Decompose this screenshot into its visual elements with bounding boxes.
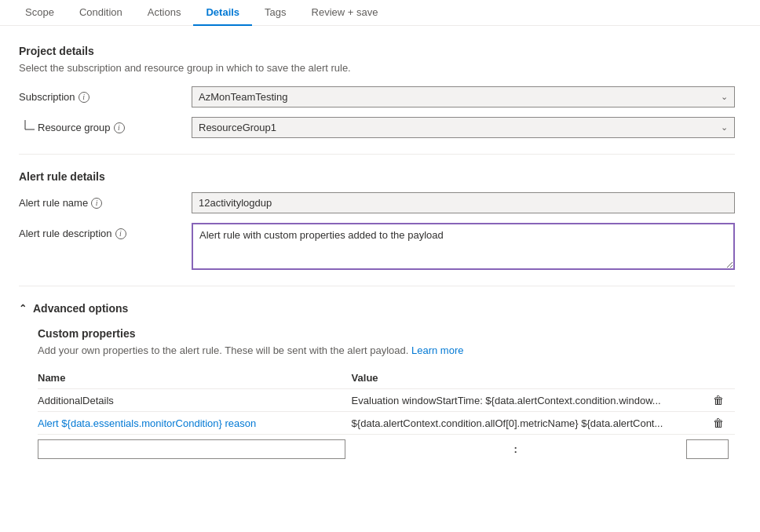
tab-condition[interactable]: Condition — [67, 0, 135, 26]
col-header-value: Value — [352, 367, 686, 389]
advanced-options-toggle[interactable]: ⌃ Advanced options — [19, 302, 735, 315]
row2-delete-icon[interactable]: 🗑 — [708, 415, 729, 431]
alert-rule-description-row: Alert rule description i Alert rule with… — [19, 223, 735, 270]
alert-rule-name-input[interactable] — [192, 192, 735, 213]
tab-tags[interactable]: Tags — [252, 0, 298, 26]
advanced-options-chevron-icon: ⌃ — [19, 303, 27, 314]
row2-name: Alert ${data.essentials.monitorCondition… — [38, 412, 352, 435]
project-details-desc: Select the subscription and resource gro… — [19, 62, 735, 74]
table-row: Alert ${data.essentials.monitorCondition… — [38, 412, 735, 435]
project-details-section: Project details Select the subscription … — [19, 45, 735, 138]
project-details-title: Project details — [19, 45, 735, 57]
subscription-chevron-icon: ⌄ — [721, 92, 728, 102]
tab-details[interactable]: Details — [193, 0, 252, 26]
table-row: AdditionalDetails Evaluation windowStart… — [38, 389, 735, 412]
subscription-select[interactable]: AzMonTeamTesting ⌄ — [192, 86, 735, 107]
advanced-options-section: ⌃ Advanced options Custom properties Add… — [19, 302, 735, 464]
alert-rule-name-info-icon[interactable]: i — [91, 198, 102, 209]
new-property-row: : — [38, 435, 735, 465]
table-header-row: Name Value — [38, 367, 735, 389]
nav-tabs: Scope Condition Actions Details Tags Rev… — [0, 0, 760, 26]
row2-value: ${data.alertContext.condition.allOf[0].m… — [352, 412, 686, 435]
alert-rule-name-label: Alert rule name i — [19, 197, 192, 209]
resource-group-chevron-icon: ⌄ — [721, 122, 728, 133]
row2-action: 🗑 — [686, 412, 735, 435]
resource-group-select[interactable]: ResourceGroup1 ⌄ — [192, 117, 735, 138]
custom-properties-table: Name Value AdditionalDetails Evaluation … — [38, 367, 735, 464]
row1-action: 🗑 — [686, 389, 735, 412]
subscription-label: Subscription i — [19, 91, 192, 103]
subscription-row: Subscription i AzMonTeamTesting ⌄ — [19, 86, 735, 107]
row1-delete-icon[interactable]: 🗑 — [708, 392, 729, 408]
new-row-value-cell — [686, 435, 735, 465]
tab-actions[interactable]: Actions — [135, 0, 194, 26]
col-header-name: Name — [38, 367, 352, 389]
tree-lines-icon — [19, 120, 35, 136]
custom-properties-title: Custom properties — [38, 327, 735, 340]
row2-name-link[interactable]: Alert ${data.essentials.monitorCondition… — [38, 417, 256, 429]
row1-value: Evaluation windowStartTime: ${data.alert… — [352, 389, 686, 412]
resource-group-info-icon[interactable]: i — [114, 122, 125, 133]
tab-review-save[interactable]: Review + save — [299, 0, 391, 26]
alert-rule-name-row: Alert rule name i — [19, 192, 735, 213]
tab-scope[interactable]: Scope — [13, 0, 67, 26]
row1-name: AdditionalDetails — [38, 389, 352, 412]
resource-group-label: Resource group — [38, 122, 111, 133]
learn-more-link[interactable]: Learn more — [411, 344, 463, 356]
main-content: Project details Select the subscription … — [0, 26, 754, 483]
col-header-action — [686, 367, 735, 389]
separator-cell: : — [352, 435, 686, 465]
divider-1 — [19, 154, 735, 155]
new-row-name-cell — [38, 435, 352, 465]
alert-rule-description-label: Alert rule description i — [19, 223, 192, 239]
alert-rule-description-info-icon[interactable]: i — [115, 228, 126, 239]
resource-group-row: Resource group i ResourceGroup1 ⌄ — [19, 117, 735, 138]
new-property-name-input[interactable] — [38, 439, 345, 459]
new-property-value-input[interactable] — [686, 439, 729, 459]
alert-rule-description-textarea[interactable]: Alert rule with custom properties added … — [192, 223, 735, 270]
alert-rule-details-section: Alert rule details Alert rule name i Ale… — [19, 170, 735, 270]
custom-properties-container: Custom properties Add your own propertie… — [19, 327, 735, 464]
custom-properties-desc: Add your own properties to the alert rul… — [38, 344, 735, 356]
divider-2 — [19, 286, 735, 286]
subscription-info-icon[interactable]: i — [79, 92, 90, 103]
tree-connector: Resource group i — [19, 120, 192, 136]
alert-rule-details-title: Alert rule details — [19, 170, 735, 183]
